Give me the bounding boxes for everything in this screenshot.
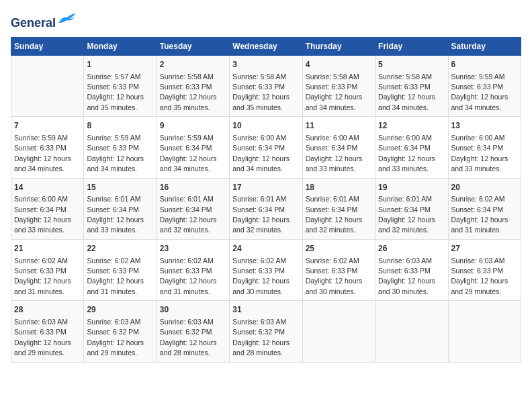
day-number: 11: [306, 120, 372, 132]
calendar-cell: 9Sunrise: 5:59 AM Sunset: 6:34 PM Daylig…: [157, 117, 229, 178]
header-monday: Monday: [84, 37, 157, 55]
day-number: 5: [378, 59, 445, 71]
calendar-cell: 15Sunrise: 6:01 AM Sunset: 6:34 PM Dayli…: [84, 178, 157, 239]
calendar-cell: 13Sunrise: 6:00 AM Sunset: 6:34 PM Dayli…: [448, 117, 521, 178]
week-row-1: 1Sunrise: 5:57 AM Sunset: 6:33 PM Daylig…: [11, 55, 521, 116]
calendar-cell: 25Sunrise: 6:02 AM Sunset: 6:33 PM Dayli…: [302, 239, 375, 300]
calendar-cell: [448, 301, 521, 362]
logo-text: General: [11, 11, 77, 30]
day-number: 19: [378, 182, 445, 193]
day-number: 22: [87, 243, 153, 255]
calendar-cell: 29Sunrise: 6:03 AM Sunset: 6:32 PM Dayli…: [84, 301, 157, 362]
day-info: Sunrise: 6:03 AM Sunset: 6:33 PM Dayligh…: [451, 257, 508, 295]
calendar-cell: 11Sunrise: 6:00 AM Sunset: 6:34 PM Dayli…: [302, 117, 375, 178]
calendar-cell: [375, 301, 448, 362]
day-info: Sunrise: 6:01 AM Sunset: 6:34 PM Dayligh…: [160, 195, 217, 234]
calendar-cell: 7Sunrise: 5:59 AM Sunset: 6:33 PM Daylig…: [11, 117, 84, 178]
day-info: Sunrise: 6:03 AM Sunset: 6:32 PM Dayligh…: [87, 318, 144, 357]
day-info: Sunrise: 6:00 AM Sunset: 6:34 PM Dayligh…: [378, 134, 435, 173]
day-info: Sunrise: 6:03 AM Sunset: 6:32 PM Dayligh…: [160, 318, 217, 357]
header-tuesday: Tuesday: [157, 37, 229, 55]
day-number: 6: [451, 59, 518, 71]
day-info: Sunrise: 5:59 AM Sunset: 6:33 PM Dayligh…: [87, 134, 144, 173]
calendar-cell: 16Sunrise: 6:01 AM Sunset: 6:34 PM Dayli…: [157, 178, 229, 239]
day-number: 10: [232, 120, 299, 132]
calendar-cell: 4Sunrise: 5:58 AM Sunset: 6:33 PM Daylig…: [302, 55, 375, 116]
day-info: Sunrise: 6:03 AM Sunset: 6:33 PM Dayligh…: [378, 257, 435, 295]
week-row-2: 7Sunrise: 5:59 AM Sunset: 6:33 PM Daylig…: [11, 117, 521, 178]
calendar-cell: 24Sunrise: 6:02 AM Sunset: 6:33 PM Dayli…: [230, 239, 302, 300]
logo-bird-icon: [57, 11, 77, 27]
day-info: Sunrise: 6:01 AM Sunset: 6:34 PM Dayligh…: [87, 195, 144, 234]
day-info: Sunrise: 5:59 AM Sunset: 6:34 PM Dayligh…: [160, 134, 217, 173]
day-info: Sunrise: 6:01 AM Sunset: 6:34 PM Dayligh…: [232, 195, 290, 234]
calendar-cell: [11, 55, 84, 116]
day-number: 21: [14, 243, 81, 255]
day-number: 23: [160, 243, 226, 255]
calendar-cell: [302, 301, 375, 362]
day-number: 26: [378, 243, 445, 255]
header-wednesday: Wednesday: [230, 37, 302, 55]
week-row-5: 28Sunrise: 6:03 AM Sunset: 6:33 PM Dayli…: [11, 301, 521, 362]
calendar-cell: 30Sunrise: 6:03 AM Sunset: 6:32 PM Dayli…: [157, 301, 229, 362]
day-number: 9: [160, 120, 226, 132]
day-info: Sunrise: 6:00 AM Sunset: 6:34 PM Dayligh…: [232, 134, 290, 173]
day-info: Sunrise: 6:02 AM Sunset: 6:33 PM Dayligh…: [87, 257, 144, 295]
calendar-cell: 1Sunrise: 5:57 AM Sunset: 6:33 PM Daylig…: [84, 55, 157, 116]
day-info: Sunrise: 6:03 AM Sunset: 6:32 PM Dayligh…: [232, 318, 290, 357]
calendar-cell: 12Sunrise: 6:00 AM Sunset: 6:34 PM Dayli…: [375, 117, 448, 178]
day-number: 20: [451, 182, 518, 193]
day-number: 28: [14, 304, 81, 316]
day-info: Sunrise: 6:02 AM Sunset: 6:34 PM Dayligh…: [451, 195, 508, 234]
day-number: 4: [306, 59, 372, 71]
calendar-cell: 17Sunrise: 6:01 AM Sunset: 6:34 PM Dayli…: [230, 178, 302, 239]
calendar-cell: 2Sunrise: 5:58 AM Sunset: 6:33 PM Daylig…: [157, 55, 229, 116]
day-info: Sunrise: 5:59 AM Sunset: 6:33 PM Dayligh…: [451, 73, 508, 111]
header-sunday: Sunday: [11, 37, 84, 55]
day-number: 3: [232, 59, 299, 71]
header-row: SundayMondayTuesdayWednesdayThursdayFrid…: [11, 37, 521, 55]
day-info: Sunrise: 5:58 AM Sunset: 6:33 PM Dayligh…: [232, 73, 290, 111]
day-number: 13: [451, 120, 518, 132]
day-number: 29: [87, 304, 153, 316]
calendar-cell: 5Sunrise: 5:58 AM Sunset: 6:33 PM Daylig…: [375, 55, 448, 116]
calendar-table: SundayMondayTuesdayWednesdayThursdayFrid…: [11, 37, 521, 363]
day-number: 1: [87, 59, 153, 71]
day-info: Sunrise: 6:02 AM Sunset: 6:33 PM Dayligh…: [232, 257, 290, 295]
day-info: Sunrise: 6:00 AM Sunset: 6:34 PM Dayligh…: [451, 134, 508, 173]
day-number: 27: [451, 243, 518, 255]
day-info: Sunrise: 5:58 AM Sunset: 6:33 PM Dayligh…: [378, 73, 435, 111]
day-info: Sunrise: 6:00 AM Sunset: 6:34 PM Dayligh…: [14, 195, 71, 234]
day-info: Sunrise: 6:02 AM Sunset: 6:33 PM Dayligh…: [14, 257, 71, 295]
day-info: Sunrise: 6:02 AM Sunset: 6:33 PM Dayligh…: [306, 257, 363, 295]
calendar-cell: 20Sunrise: 6:02 AM Sunset: 6:34 PM Dayli…: [448, 178, 521, 239]
day-info: Sunrise: 5:58 AM Sunset: 6:33 PM Dayligh…: [160, 73, 217, 111]
calendar-cell: 3Sunrise: 5:58 AM Sunset: 6:33 PM Daylig…: [230, 55, 302, 116]
day-number: 31: [232, 304, 299, 316]
day-number: 25: [306, 243, 372, 255]
calendar-cell: 21Sunrise: 6:02 AM Sunset: 6:33 PM Dayli…: [11, 239, 84, 300]
day-info: Sunrise: 6:03 AM Sunset: 6:33 PM Dayligh…: [14, 318, 71, 357]
day-info: Sunrise: 6:00 AM Sunset: 6:34 PM Dayligh…: [306, 134, 363, 173]
calendar-cell: 23Sunrise: 6:02 AM Sunset: 6:33 PM Dayli…: [157, 239, 229, 300]
day-number: 24: [232, 243, 299, 255]
day-info: Sunrise: 6:01 AM Sunset: 6:34 PM Dayligh…: [306, 195, 363, 234]
calendar-cell: 27Sunrise: 6:03 AM Sunset: 6:33 PM Dayli…: [448, 239, 521, 300]
day-number: 14: [14, 182, 81, 193]
calendar-cell: 18Sunrise: 6:01 AM Sunset: 6:34 PM Dayli…: [302, 178, 375, 239]
day-number: 7: [14, 120, 81, 132]
day-info: Sunrise: 5:58 AM Sunset: 6:33 PM Dayligh…: [306, 73, 363, 111]
calendar-cell: 6Sunrise: 5:59 AM Sunset: 6:33 PM Daylig…: [448, 55, 521, 116]
calendar-cell: 8Sunrise: 5:59 AM Sunset: 6:33 PM Daylig…: [84, 117, 157, 178]
header-thursday: Thursday: [302, 37, 375, 55]
day-number: 8: [87, 120, 153, 132]
day-number: 17: [232, 182, 299, 193]
week-row-3: 14Sunrise: 6:00 AM Sunset: 6:34 PM Dayli…: [11, 178, 521, 239]
calendar-header: SundayMondayTuesdayWednesdayThursdayFrid…: [11, 37, 521, 55]
calendar-cell: 10Sunrise: 6:00 AM Sunset: 6:34 PM Dayli…: [230, 117, 302, 178]
day-number: 16: [160, 182, 226, 193]
day-number: 12: [378, 120, 445, 132]
calendar-cell: 19Sunrise: 6:01 AM Sunset: 6:34 PM Dayli…: [375, 178, 448, 239]
calendar-body: 1Sunrise: 5:57 AM Sunset: 6:33 PM Daylig…: [11, 55, 521, 362]
day-number: 18: [306, 182, 372, 193]
